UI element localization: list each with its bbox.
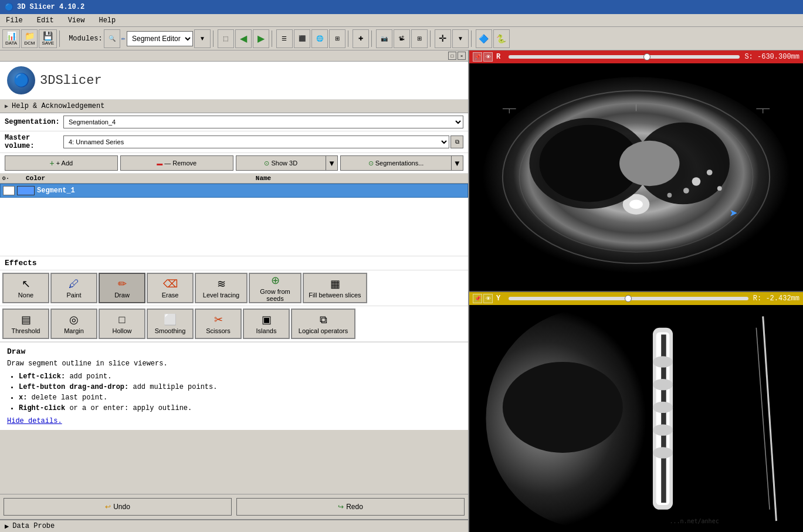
- list-btn[interactable]: ☰: [276, 29, 293, 48]
- hide-details-link[interactable]: Hide details.: [7, 417, 461, 425]
- effect-erase-btn[interactable]: ⌫ Erase: [147, 273, 194, 303]
- effects-row-2: ▤ Threshold ◎ Margin □ Hollow ⬜ Smoothin…: [0, 306, 468, 342]
- crosshair2-btn[interactable]: ✛: [435, 29, 451, 48]
- effect-islands-btn[interactable]: ▣ Islands: [243, 309, 290, 339]
- more-btn[interactable]: ⊞: [411, 29, 428, 48]
- viewport-top-canvas[interactable]: ➤ B: 4: Unnamed Series: [469, 63, 803, 291]
- show3d-dropdown-btn[interactable]: ▼: [326, 155, 338, 171]
- slicer-title: 3DSlicer: [40, 73, 102, 88]
- viewport-top-slider[interactable]: [509, 55, 740, 59]
- panel-restore-btn[interactable]: □: [448, 52, 456, 60]
- effect-margin-btn[interactable]: ◎ Margin: [50, 309, 97, 339]
- instruction-key-1: Left-button drag-and-drop:: [19, 383, 128, 391]
- title-bar: 🔵 3D Slicer 4.10.2: [0, 0, 803, 14]
- panel-titlebar-buttons: □ ×: [448, 52, 466, 60]
- instruction-key-2: x:: [19, 394, 27, 402]
- screenshot-btn[interactable]: 📷: [376, 29, 392, 48]
- cube-btn[interactable]: ⬛: [294, 29, 310, 48]
- instruction-val-1: add multiple points.: [133, 383, 217, 391]
- main-toolbar: 📊 DATA 📁 DCM 💾 SAVE Modules: 🔍 ✏ Segment…: [0, 27, 803, 50]
- effect-none-btn[interactable]: ↖ None: [2, 273, 49, 303]
- master-volume-select[interactable]: 4: Unnamed Series: [63, 135, 449, 148]
- nav-layout-btn[interactable]: ⬚: [218, 29, 234, 48]
- menu-file[interactable]: File: [2, 15, 26, 26]
- record-btn[interactable]: 📽: [394, 29, 410, 48]
- segmentations-icon: ⊙: [368, 160, 374, 167]
- draw-title: Draw: [7, 347, 461, 356]
- effect-hollow-btn[interactable]: □ Hollow: [99, 309, 145, 339]
- effect-smoothing-btn[interactable]: ⬜ Smoothing: [147, 309, 194, 339]
- panel-titlebar: □ ×: [0, 50, 468, 62]
- menu-bar: File Edit View Help: [0, 14, 803, 27]
- segmentations-btn[interactable]: ⊙ Segmentations...: [340, 155, 452, 171]
- vp-bottom-eye-btn[interactable]: 👁: [483, 294, 493, 303]
- toolbar-separator-1: [59, 31, 62, 47]
- effects-section: Effects ↖ None 🖊 Paint ✏ Draw: [0, 256, 468, 343]
- data-btn[interactable]: 📊 DATA: [2, 29, 20, 48]
- toolbar-separator-5: [371, 31, 374, 47]
- crosshair-dropdown[interactable]: ▼: [452, 29, 469, 48]
- effect-scissors-btn[interactable]: ✂ Scissors: [195, 309, 242, 339]
- undo-label: Undo: [113, 503, 130, 511]
- instruction-key-3: Right-click: [19, 404, 65, 412]
- module-select[interactable]: Segment Editor: [127, 31, 193, 46]
- crosshair-btn[interactable]: ✚: [353, 29, 369, 48]
- logical-icon: ⧉: [320, 314, 327, 326]
- toolbar-separator-2: [213, 31, 215, 47]
- menu-view[interactable]: View: [65, 15, 89, 26]
- svg-point-3: [629, 200, 643, 209]
- help-section[interactable]: ▶ Help & Acknowledgement: [0, 100, 468, 113]
- hollow-icon: □: [119, 314, 126, 326]
- add-segment-btn[interactable]: + + Add: [5, 155, 118, 171]
- module-dropdown-arrow[interactable]: ▼: [194, 29, 211, 48]
- viewport-bottom-slider[interactable]: [509, 297, 748, 300]
- sphere-btn[interactable]: 🌐: [311, 29, 328, 48]
- erase-label: Erase: [162, 292, 179, 299]
- grid-btn[interactable]: ⊞: [329, 29, 345, 48]
- master-volume-options-btn[interactable]: ⧉: [450, 135, 463, 148]
- vp-top-pin-btn[interactable]: 📌: [473, 52, 482, 62]
- menu-help[interactable]: Help: [95, 15, 119, 26]
- effect-draw-btn[interactable]: ✏ Draw: [99, 273, 145, 303]
- draw-icon: ✏: [118, 277, 127, 290]
- menu-edit[interactable]: Edit: [33, 15, 57, 26]
- segmentation-select[interactable]: Segmentation_4: [63, 116, 463, 128]
- viewport-bottom-label: Y: [496, 294, 500, 303]
- remove-segment-btn[interactable]: ▬ — Remove: [120, 155, 233, 171]
- effect-level-tracing-btn[interactable]: ≋ Level tracing: [195, 273, 248, 303]
- draw-description: Draw segment outline in slice viewers.: [7, 360, 461, 368]
- grow-icon: ⊕: [271, 274, 280, 287]
- data-probe[interactable]: ▶ Data Probe: [0, 519, 468, 532]
- effect-threshold-btn[interactable]: ▤ Threshold: [2, 309, 49, 339]
- search-modules-btn[interactable]: 🔍: [104, 29, 120, 48]
- segment-row-0[interactable]: 👁 Segment_1: [0, 184, 468, 198]
- effect-paint-btn[interactable]: 🖊 Paint: [50, 273, 97, 303]
- back-btn[interactable]: ◀: [235, 29, 252, 48]
- instruction-right-click: Right-click or a or enter: apply outline…: [19, 404, 461, 412]
- svg-point-13: [683, 188, 689, 194]
- svg-point-28: [503, 361, 623, 452]
- segment-color-btn[interactable]: [17, 186, 35, 195]
- undo-btn[interactable]: ↩ Undo: [4, 498, 232, 516]
- effect-logical-operators-btn[interactable]: ⧉ Logical operators: [291, 309, 355, 339]
- toolbar-separator-4: [348, 31, 350, 47]
- save-btn[interactable]: 💾 SAVE: [39, 29, 57, 48]
- panel-close-btn[interactable]: ×: [458, 52, 466, 60]
- paint-label: Paint: [66, 292, 81, 299]
- svg-point-7: [619, 141, 679, 187]
- viewport-bottom-canvas[interactable]: ...n.net/anhec: [469, 305, 803, 533]
- effect-grow-from-seeds-btn[interactable]: ⊕ Grow from seeds: [249, 273, 301, 303]
- vp-top-eye-btn[interactable]: 👁: [483, 52, 493, 62]
- vp-bottom-pin-btn[interactable]: 📌: [473, 294, 482, 303]
- forward-btn[interactable]: ▶: [253, 29, 269, 48]
- segments-table-header: ⚙· Color Name: [0, 174, 468, 184]
- segment-visibility-btn[interactable]: 👁: [3, 186, 15, 195]
- segmentations-dropdown-btn[interactable]: ▼: [452, 155, 463, 171]
- dcm-btn[interactable]: 📁 DCM: [21, 29, 38, 48]
- show3d-btn[interactable]: ⊙ Show 3D: [236, 155, 327, 171]
- python-btn[interactable]: 🐍: [493, 29, 510, 48]
- ext-btn[interactable]: 🔷: [476, 29, 492, 48]
- effect-fill-between-slices-btn[interactable]: ▦ Fill between slices: [303, 273, 367, 303]
- svg-point-15: [717, 186, 722, 191]
- redo-btn[interactable]: ↪ Redo: [236, 498, 465, 516]
